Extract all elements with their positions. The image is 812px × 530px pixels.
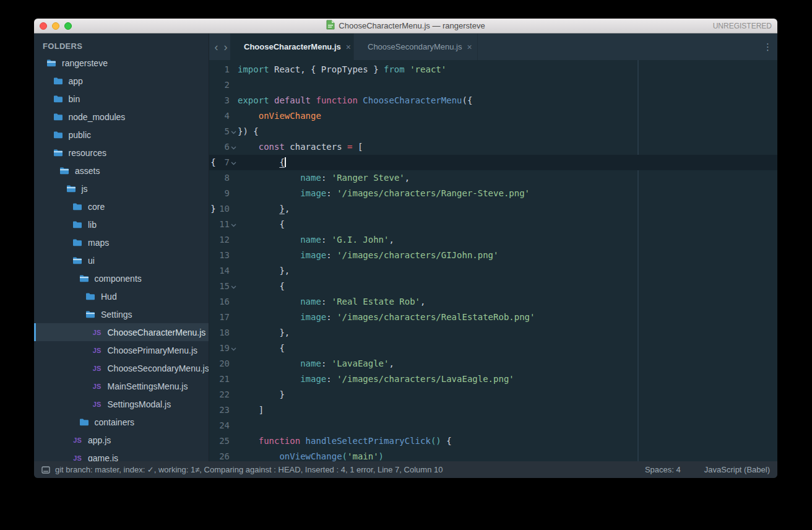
code-text[interactable]: { (238, 341, 285, 356)
code-text[interactable]: }) { (238, 124, 259, 139)
code-text[interactable]: image: '/images/characters/Ranger-Steve.… (238, 186, 530, 201)
code-text[interactable]: { (238, 279, 285, 294)
code-text[interactable]: image: '/images/characters/RealEstateRob… (238, 310, 535, 325)
code-line-10[interactable]: }10 }, (209, 201, 777, 217)
code-line-9[interactable]: 9 image: '/images/characters/Ranger-Stev… (209, 186, 777, 201)
code-text[interactable]: name: 'Ranger Steve', (238, 170, 410, 186)
tree-item-ChooseCharacterMenu.js[interactable]: JSChooseCharacterMenu.js (34, 323, 209, 341)
indentation-setting[interactable]: Spaces: 4 (645, 465, 681, 474)
tree-item-maps[interactable]: maps (34, 233, 209, 251)
code-line-14[interactable]: 14 }, (209, 263, 777, 279)
code-line-15[interactable]: 15 { (209, 279, 777, 294)
code-line-1[interactable]: 1import React, { PropTypes } from 'react… (209, 62, 777, 77)
tree-item-ui[interactable]: ui (34, 251, 209, 269)
tree-item-game.js[interactable]: JSgame.js (34, 449, 209, 461)
code-line-25[interactable]: 25 function handleSelectPrimaryClick() { (209, 433, 777, 449)
code-text[interactable]: import React, { PropTypes } from 'react' (238, 62, 446, 77)
code-text[interactable]: } (238, 387, 285, 402)
code-line-6[interactable]: 6 const characters = [ (209, 139, 777, 155)
code-line-16[interactable]: 16 name: 'Real Estate Rob', (209, 294, 777, 310)
code-line-17[interactable]: 17 image: '/images/characters/RealEstate… (209, 310, 777, 325)
code-line-24[interactable]: 24 (209, 418, 777, 433)
fold-chevron-icon[interactable] (230, 139, 238, 155)
code-text[interactable]: onViewChange('main') (238, 449, 384, 461)
code-line-22[interactable]: 22 } (209, 387, 777, 402)
fold-chevron-icon[interactable] (230, 155, 238, 170)
tree-item-MainSettingsMenu.js[interactable]: JSMainSettingsMenu.js (34, 377, 209, 395)
code-line-18[interactable]: 18 }, (209, 325, 777, 341)
tree-item-assets[interactable]: assets (34, 162, 209, 180)
tab-ChooseSecondaryMenu.js[interactable]: ChooseSecondaryMenu.js× (354, 33, 478, 60)
tree-item-app.js[interactable]: JSapp.js (34, 431, 209, 449)
fold-chevron-icon[interactable] (230, 341, 238, 356)
code-line-4[interactable]: 4 onViewChange (209, 108, 777, 124)
zoom-window-button[interactable] (64, 22, 72, 30)
code-line-20[interactable]: 20 name: 'LavaEagle', (209, 356, 777, 371)
close-icon[interactable]: × (341, 42, 351, 52)
code-text[interactable]: const characters = [ (238, 139, 363, 155)
tree-item-label: game.js (88, 453, 118, 462)
code-text[interactable]: { (238, 155, 286, 170)
code-text[interactable]: image: '/images/characters/LavaEagle.png… (238, 371, 514, 387)
tree-item-ChoosePrimaryMenu.js[interactable]: JSChoosePrimaryMenu.js (34, 341, 209, 359)
chevron-left-icon[interactable]: ‹ (212, 33, 221, 60)
code-text[interactable]: }, (238, 325, 290, 341)
tree-item-SettingsModal.js[interactable]: JSSettingsModal.js (34, 395, 209, 413)
close-window-button[interactable] (40, 22, 47, 30)
code-line-26[interactable]: 26 onViewChange('main') (209, 449, 777, 461)
tree-item-components[interactable]: components (34, 269, 209, 287)
tree-item-containers[interactable]: containers (34, 413, 209, 431)
tree-item-label: js (82, 184, 88, 194)
code-line-13[interactable]: 13 image: '/images/characters/GIJohn.png… (209, 248, 777, 263)
chevron-right-icon[interactable]: › (221, 33, 230, 60)
tree-item-core[interactable]: core (34, 198, 209, 215)
tree-item-node_modules[interactable]: node_modules (34, 108, 209, 126)
code-line-5[interactable]: 5}) { (209, 124, 777, 139)
close-icon[interactable]: × (462, 42, 472, 52)
code-text[interactable]: name: 'G.I. John', (238, 232, 394, 248)
code-line-19[interactable]: 19 { (209, 341, 777, 356)
code-text[interactable]: name: 'LavaEagle', (238, 356, 394, 371)
tree-item-bin[interactable]: bin (34, 90, 209, 108)
code-line-7[interactable]: {7 { (209, 155, 777, 170)
fold-chevron-icon[interactable] (230, 279, 238, 294)
code-line-8[interactable]: 8 name: 'Ranger Steve', (209, 170, 777, 186)
code-text[interactable]: export default function ChooseCharacterM… (238, 93, 472, 108)
tree-item-Hud[interactable]: Hud (34, 287, 209, 305)
tree-item-Settings[interactable]: Settings (34, 305, 209, 323)
code-line-21[interactable]: 21 image: '/images/characters/LavaEagle.… (209, 371, 777, 387)
code-editor[interactable]: 1import React, { PropTypes } from 'react… (209, 60, 777, 461)
code-text[interactable]: name: 'Real Estate Rob', (238, 294, 425, 310)
code-line-12[interactable]: 12 name: 'G.I. John', (209, 232, 777, 248)
tree-item-js[interactable]: js (34, 180, 209, 198)
tree-item-public[interactable]: public (34, 126, 209, 144)
syntax-setting[interactable]: JavaScript (Babel) (704, 465, 770, 474)
folder-icon (79, 418, 90, 426)
fold-chevron-icon[interactable] (230, 217, 238, 232)
code-line-2[interactable]: 2 (209, 77, 777, 93)
fold-spacer (230, 449, 238, 461)
folder-icon (72, 220, 83, 228)
overflow-menu-icon[interactable]: ⋮ (758, 33, 777, 60)
fold-spacer (230, 418, 238, 433)
tree-item-resources[interactable]: resources (34, 144, 209, 162)
tree-item-app[interactable]: app (34, 72, 209, 90)
bracket-gutter-mark (209, 93, 217, 108)
code-line-11[interactable]: 11 { (209, 217, 777, 232)
code-text[interactable]: image: '/images/characters/GIJohn.png' (238, 248, 498, 263)
minimize-window-button[interactable] (52, 22, 59, 30)
tree-item-lib[interactable]: lib (34, 215, 209, 233)
tree-item-rangersteve[interactable]: rangersteve (34, 54, 209, 72)
code-text[interactable]: }, (238, 201, 290, 217)
tab-ChooseCharacterMenu.js[interactable]: ChooseCharacterMenu.js× (230, 33, 354, 60)
code-line-23[interactable]: 23 ] (209, 402, 777, 418)
fold-chevron-icon[interactable] (230, 124, 238, 139)
code-text[interactable]: { (238, 217, 285, 232)
code-text[interactable]: function handleSelectPrimaryClick() { (238, 433, 452, 449)
code-text[interactable]: }, (238, 263, 290, 279)
tab-label: ChooseCharacterMenu.js (244, 42, 341, 51)
code-line-3[interactable]: 3export default function ChooseCharacter… (209, 93, 777, 108)
tree-item-ChooseSecondaryMenu.js[interactable]: JSChooseSecondaryMenu.js (34, 359, 209, 377)
code-text[interactable]: ] (238, 402, 264, 418)
code-text[interactable]: onViewChange (238, 108, 321, 124)
